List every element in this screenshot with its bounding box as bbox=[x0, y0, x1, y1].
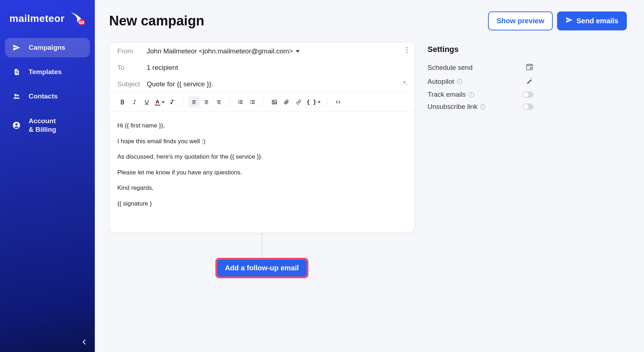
info-icon: i bbox=[469, 92, 474, 97]
align-center-button[interactable] bbox=[201, 96, 212, 108]
button-label: Add a follow-up email bbox=[225, 264, 299, 272]
svg-point-7 bbox=[15, 123, 18, 125]
svg-rect-17 bbox=[272, 100, 277, 104]
from-selector[interactable]: John Mailmeteor <john.mailmeteor@gmail.c… bbox=[147, 47, 299, 55]
sidebar-item-account-billing[interactable]: Account & Billing bbox=[5, 111, 90, 140]
header-actions: Show preview Send emails bbox=[488, 11, 627, 30]
to-row[interactable]: To 1 recipient bbox=[109, 59, 414, 76]
svg-point-8 bbox=[406, 47, 408, 49]
page-title: New campaign bbox=[109, 13, 204, 29]
align-right-button[interactable] bbox=[213, 96, 224, 108]
send-icon bbox=[12, 44, 21, 52]
magic-wand-icon bbox=[526, 77, 533, 86]
subject-value: Quote for {{ service }}. bbox=[147, 80, 213, 88]
italic-button[interactable] bbox=[129, 96, 140, 108]
insert-variable-button[interactable]: { } bbox=[305, 96, 322, 108]
svg-rect-19 bbox=[527, 64, 533, 70]
add-followup-button[interactable]: Add a follow-up email bbox=[217, 260, 307, 276]
body-line: Hi {{ first name }}, bbox=[117, 121, 406, 130]
text-color-button[interactable]: A bbox=[153, 96, 166, 108]
email-composer: From John Mailmeteor <john.mailmeteor@gm… bbox=[109, 43, 415, 233]
editor-toolbar: A 123 bbox=[109, 93, 414, 112]
connector-line bbox=[262, 233, 262, 258]
sidebar-item-label: Contacts bbox=[29, 92, 83, 100]
svg-point-16 bbox=[250, 103, 251, 104]
sidebar-item-label: Campaigns bbox=[29, 44, 83, 52]
email-body-editor[interactable]: Hi {{ first name }}, I hope this email f… bbox=[109, 112, 414, 232]
people-icon bbox=[12, 93, 21, 100]
settings-panel: Settings Schedule send Autopilot i bbox=[428, 43, 533, 113]
sidebar: mailmeteor Campaigns Templates bbox=[0, 0, 95, 352]
calendar-icon bbox=[526, 63, 533, 72]
subject-label: Subject bbox=[117, 80, 147, 88]
svg-point-10 bbox=[406, 52, 408, 54]
sidebar-item-label: Templates bbox=[29, 68, 83, 76]
setting-label: Autopilot bbox=[428, 78, 454, 86]
underline-button[interactable] bbox=[141, 96, 152, 108]
toggle-switch[interactable] bbox=[523, 103, 533, 110]
chevron-down-icon bbox=[162, 101, 165, 103]
followup-highlight: Add a follow-up email bbox=[215, 258, 309, 278]
brand-name: mailmeteor bbox=[9, 13, 64, 24]
send-icon bbox=[566, 16, 573, 25]
from-row: From John Mailmeteor <john.mailmeteor@gm… bbox=[109, 43, 414, 59]
body-line: I hope this email finds you well :) bbox=[117, 137, 406, 146]
svg-point-5 bbox=[17, 95, 19, 96]
sidebar-item-campaigns[interactable]: Campaigns bbox=[5, 38, 90, 57]
svg-point-14 bbox=[250, 100, 251, 101]
from-value: John Mailmeteor <john.mailmeteor@gmail.c… bbox=[147, 47, 293, 55]
attach-file-button[interactable] bbox=[281, 96, 292, 108]
send-emails-button[interactable]: Send emails bbox=[557, 11, 627, 30]
svg-text:3: 3 bbox=[238, 102, 239, 104]
info-icon: i bbox=[457, 79, 462, 84]
setting-schedule-send[interactable]: Schedule send bbox=[428, 61, 533, 74]
content: From John Mailmeteor <john.mailmeteor@gm… bbox=[109, 43, 627, 278]
clear-format-button[interactable] bbox=[167, 96, 178, 108]
settings-title: Settings bbox=[428, 45, 533, 54]
svg-rect-3 bbox=[16, 71, 18, 72]
sidebar-item-label: Account & Billing bbox=[29, 117, 83, 134]
info-icon: i bbox=[480, 104, 486, 110]
body-line: Kind regards, bbox=[117, 183, 406, 193]
chevron-down-icon bbox=[318, 101, 321, 103]
insert-image-button[interactable] bbox=[269, 96, 280, 108]
sidebar-item-templates[interactable]: Templates bbox=[5, 62, 90, 82]
sidebar-item-contacts[interactable]: Contacts bbox=[5, 87, 90, 106]
svg-point-9 bbox=[406, 50, 408, 51]
body-line: Please let me know if you have any quest… bbox=[117, 168, 406, 177]
insert-link-button[interactable] bbox=[293, 96, 304, 108]
svg-rect-1 bbox=[16, 72, 19, 72]
unordered-list-button[interactable] bbox=[247, 96, 258, 108]
align-left-button[interactable] bbox=[189, 96, 200, 108]
svg-point-4 bbox=[14, 94, 17, 96]
setting-track-emails[interactable]: Track emails i bbox=[428, 88, 533, 101]
setting-label: Unsubscribe link bbox=[428, 103, 477, 111]
ordered-list-button[interactable]: 123 bbox=[235, 96, 246, 108]
ai-sparkle-button[interactable] bbox=[401, 80, 408, 89]
button-label: Show preview bbox=[497, 17, 544, 25]
from-label: From bbox=[117, 47, 147, 55]
subject-row[interactable]: Subject Quote for {{ service }}. bbox=[109, 76, 414, 93]
to-value: 1 recipient bbox=[147, 64, 178, 72]
bold-button[interactable] bbox=[117, 96, 128, 108]
setting-autopilot[interactable]: Autopilot i bbox=[428, 74, 533, 88]
setting-unsubscribe-link[interactable]: Unsubscribe link i bbox=[428, 101, 533, 113]
more-options-button[interactable] bbox=[406, 47, 408, 56]
main: New campaign Show preview Send emails Fr… bbox=[95, 0, 644, 352]
svg-rect-2 bbox=[16, 73, 19, 73]
brand: mailmeteor bbox=[0, 6, 95, 38]
show-preview-button[interactable]: Show preview bbox=[488, 11, 553, 30]
brand-logo-icon bbox=[68, 11, 86, 26]
collapse-sidebar-button[interactable] bbox=[79, 337, 89, 347]
body-line: {{ signature } bbox=[117, 199, 406, 208]
svg-point-15 bbox=[250, 102, 251, 102]
svg-rect-20 bbox=[530, 67, 532, 69]
to-label: To bbox=[117, 64, 147, 72]
header: New campaign Show preview Send emails bbox=[109, 11, 627, 30]
html-source-button[interactable] bbox=[332, 96, 344, 108]
account-icon bbox=[12, 121, 21, 129]
body-line: As discussed, here's my quotation for th… bbox=[117, 152, 406, 161]
toggle-switch[interactable] bbox=[523, 91, 533, 98]
setting-label: Track emails bbox=[428, 91, 466, 98]
document-icon bbox=[12, 68, 21, 76]
